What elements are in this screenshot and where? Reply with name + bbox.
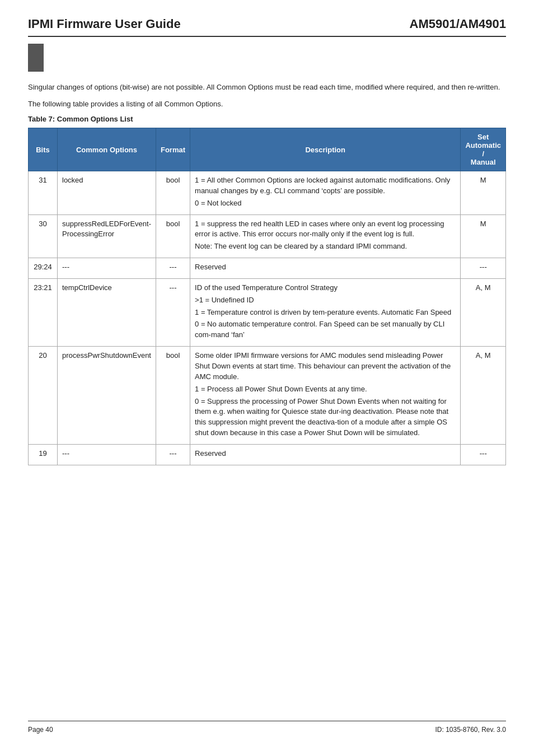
col-set: SetAutomatic/Manual (461, 128, 506, 171)
cell-set: A, M (461, 278, 506, 346)
desc-item: 1 = Temperature control is driven by tem… (195, 307, 456, 318)
cell-description: Reserved (190, 258, 461, 279)
col-options: Common Options (58, 128, 156, 171)
cell-bits: 19 (29, 444, 58, 465)
cell-format: --- (156, 278, 190, 346)
desc-item: Reserved (195, 262, 456, 273)
cell-format: bool (156, 347, 190, 445)
desc-item: 0 = Suppress the processing of Power Shu… (195, 396, 456, 438)
desc-item: Note: The event log can be cleared by a … (195, 241, 456, 252)
cell-format: bool (156, 171, 190, 215)
cell-set: M (461, 214, 506, 258)
cell-format: --- (156, 258, 190, 279)
table-row: 31lockedbool1 = All other Common Options… (29, 171, 506, 215)
doc-title: IPMI Firmware User Guide (28, 17, 181, 31)
cell-bits: 29:24 (29, 258, 58, 279)
cell-format: --- (156, 444, 190, 465)
cell-description: ID of the used Temperature Control Strat… (190, 278, 461, 346)
cell-format: bool (156, 214, 190, 258)
desc-item: ID of the used Temperature Control Strat… (195, 283, 456, 293)
chapter-marker (28, 44, 44, 72)
desc-item: Some older IPMI firmware versions for AM… (195, 351, 456, 382)
cell-options: locked (58, 171, 156, 215)
table-row: 20processPwrShutdownEventboolSome older … (29, 347, 506, 445)
table-row: 23:21tempCtrlDevice---ID of the used Tem… (29, 278, 506, 346)
cell-description: Reserved (190, 444, 461, 465)
intro-para2: The following table provides a listing o… (28, 99, 506, 110)
cell-bits: 31 (29, 171, 58, 215)
doc-id: ID: 1035-8760, Rev. 3.0 (435, 726, 506, 734)
cell-bits: 23:21 (29, 278, 58, 346)
page-number: Page 40 (28, 726, 53, 734)
table-label: Table 7: Common Options List (28, 115, 506, 123)
col-description: Description (190, 128, 461, 171)
table-body: 31lockedbool1 = All other Common Options… (29, 171, 506, 465)
intro-para1: Singular changes of options (bit-wise) a… (28, 82, 506, 93)
cell-options: --- (58, 258, 156, 279)
col-bits: Bits (29, 128, 58, 171)
cell-set: --- (461, 258, 506, 279)
cell-bits: 20 (29, 347, 58, 445)
cell-set: --- (461, 444, 506, 465)
cell-set: A, M (461, 347, 506, 445)
cell-options: suppressRedLEDForEvent-ProcessingError (58, 214, 156, 258)
table-row: 19------Reserved--- (29, 444, 506, 465)
cell-options: --- (58, 444, 156, 465)
page-footer: Page 40 ID: 1035-8760, Rev. 3.0 (28, 721, 506, 734)
cell-description: 1 = suppress the red health LED in cases… (190, 214, 461, 258)
cell-options: processPwrShutdownEvent (58, 347, 156, 445)
cell-set: M (461, 171, 506, 215)
table-row: 30suppressRedLEDForEvent-ProcessingError… (29, 214, 506, 258)
desc-item: >1 = Undefined ID (195, 295, 456, 306)
desc-item: 0 = No automatic temperature control. Fa… (195, 319, 456, 340)
table-row: 29:24------Reserved--- (29, 258, 506, 279)
desc-item: 1 = suppress the red health LED in cases… (195, 219, 456, 240)
page-header: IPMI Firmware User Guide AM5901/AM4901 (28, 17, 506, 37)
page: IPMI Firmware User Guide AM5901/AM4901 S… (0, 0, 534, 756)
cell-description: 1 = All other Common Options are locked … (190, 171, 461, 215)
cell-description: Some older IPMI firmware versions for AM… (190, 347, 461, 445)
cell-options: tempCtrlDevice (58, 278, 156, 346)
desc-item: 0 = Not locked (195, 198, 456, 209)
desc-item: 1 = Process all Power Shut Down Events a… (195, 384, 456, 395)
cell-bits: 30 (29, 214, 58, 258)
desc-item: 1 = All other Common Options are locked … (195, 175, 456, 197)
desc-item: Reserved (195, 449, 456, 459)
common-options-table: Bits Common Options Format Description S… (28, 128, 506, 465)
table-header-row: Bits Common Options Format Description S… (29, 128, 506, 171)
col-format: Format (156, 128, 190, 171)
doc-model: AM5901/AM4901 (410, 17, 506, 31)
